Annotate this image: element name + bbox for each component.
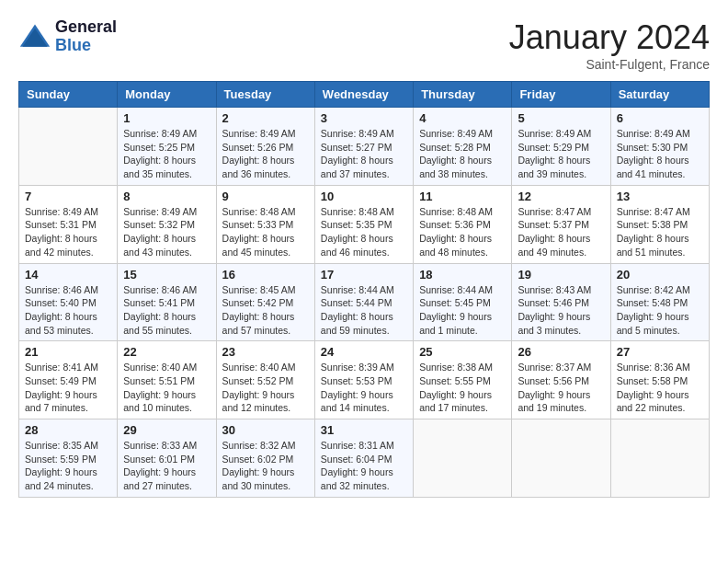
day-number: 7 (25, 190, 111, 203)
calendar-cell: 21Sunrise: 8:41 AMSunset: 5:49 PMDayligh… (19, 341, 118, 419)
location-subtitle: Saint-Fulgent, France (509, 57, 710, 72)
calendar-cell (512, 419, 610, 498)
day-info: Sunrise: 8:44 AMSunset: 5:44 PMDaylight:… (321, 283, 407, 338)
day-info: Sunrise: 8:35 AMSunset: 5:59 PMDaylight:… (25, 439, 111, 493)
calendar-cell: 15Sunrise: 8:46 AMSunset: 5:41 PMDayligh… (118, 263, 216, 341)
day-number: 26 (518, 345, 604, 359)
calendar-cell: 27Sunrise: 8:36 AMSunset: 5:58 PMDayligh… (610, 341, 709, 419)
calendar-cell: 26Sunrise: 8:37 AMSunset: 5:56 PMDayligh… (512, 341, 610, 419)
calendar-cell: 12Sunrise: 8:47 AMSunset: 5:37 PMDayligh… (512, 185, 610, 263)
day-number: 21 (25, 345, 111, 359)
day-info: Sunrise: 8:40 AMSunset: 5:52 PMDaylight:… (222, 361, 309, 415)
day-info: Sunrise: 8:41 AMSunset: 5:49 PMDaylight:… (25, 361, 111, 415)
day-number: 1 (123, 111, 210, 125)
calendar-week-2: 7Sunrise: 8:49 AMSunset: 5:31 PMDaylight… (19, 185, 710, 263)
day-info: Sunrise: 8:49 AMSunset: 5:28 PMDaylight:… (419, 127, 506, 181)
day-number: 28 (25, 423, 111, 437)
day-number: 9 (222, 190, 309, 203)
day-info: Sunrise: 8:37 AMSunset: 5:56 PMDaylight:… (518, 361, 604, 415)
day-info: Sunrise: 8:49 AMSunset: 5:27 PMDaylight:… (321, 127, 407, 181)
day-number: 19 (518, 268, 604, 282)
logo-general: General (55, 17, 117, 36)
day-info: Sunrise: 8:48 AMSunset: 5:35 PMDaylight:… (321, 205, 407, 259)
day-info: Sunrise: 8:38 AMSunset: 5:55 PMDaylight:… (419, 361, 506, 415)
calendar-cell: 19Sunrise: 8:43 AMSunset: 5:46 PMDayligh… (512, 263, 610, 341)
day-number: 16 (222, 268, 309, 282)
calendar-cell: 29Sunrise: 8:33 AMSunset: 6:01 PMDayligh… (118, 419, 216, 498)
calendar-week-3: 14Sunrise: 8:46 AMSunset: 5:40 PMDayligh… (19, 263, 710, 341)
calendar-cell (414, 419, 512, 498)
calendar-cell: 11Sunrise: 8:48 AMSunset: 5:36 PMDayligh… (414, 185, 512, 263)
day-info: Sunrise: 8:33 AMSunset: 6:01 PMDaylight:… (123, 439, 210, 493)
calendar-cell: 28Sunrise: 8:35 AMSunset: 5:59 PMDayligh… (19, 419, 118, 498)
weekday-header-sunday: Sunday (19, 82, 118, 108)
calendar-cell: 8Sunrise: 8:49 AMSunset: 5:32 PMDaylight… (118, 185, 216, 263)
day-number: 8 (123, 190, 210, 203)
day-info: Sunrise: 8:31 AMSunset: 6:04 PMDaylight:… (321, 439, 407, 493)
day-number: 23 (222, 345, 309, 359)
day-number: 27 (617, 345, 703, 359)
weekday-header-friday: Friday (512, 82, 610, 108)
month-title: January 2024 (509, 18, 710, 57)
day-number: 14 (25, 268, 111, 282)
day-info: Sunrise: 8:36 AMSunset: 5:58 PMDaylight:… (617, 361, 703, 415)
day-number: 5 (518, 111, 604, 125)
calendar-cell: 9Sunrise: 8:48 AMSunset: 5:33 PMDaylight… (216, 185, 314, 263)
day-number: 18 (419, 268, 506, 282)
calendar-cell (19, 108, 118, 186)
day-number: 12 (518, 190, 604, 203)
day-info: Sunrise: 8:32 AMSunset: 6:02 PMDaylight:… (222, 439, 309, 493)
day-info: Sunrise: 8:43 AMSunset: 5:46 PMDaylight:… (518, 283, 604, 338)
day-info: Sunrise: 8:46 AMSunset: 5:41 PMDaylight:… (123, 283, 210, 338)
day-number: 22 (123, 345, 210, 359)
calendar-week-1: 1Sunrise: 8:49 AMSunset: 5:25 PMDaylight… (19, 108, 710, 186)
day-number: 3 (321, 111, 407, 125)
day-info: Sunrise: 8:42 AMSunset: 5:48 PMDaylight:… (617, 283, 703, 338)
day-number: 31 (321, 423, 407, 437)
day-number: 24 (321, 345, 407, 359)
calendar-cell: 14Sunrise: 8:46 AMSunset: 5:40 PMDayligh… (19, 263, 118, 341)
day-info: Sunrise: 8:40 AMSunset: 5:51 PMDaylight:… (123, 361, 210, 415)
calendar-cell: 30Sunrise: 8:32 AMSunset: 6:02 PMDayligh… (216, 419, 314, 498)
calendar-cell: 20Sunrise: 8:42 AMSunset: 5:48 PMDayligh… (610, 263, 709, 341)
weekday-header-thursday: Thursday (414, 82, 512, 108)
calendar-cell: 10Sunrise: 8:48 AMSunset: 5:35 PMDayligh… (314, 185, 413, 263)
calendar-cell: 23Sunrise: 8:40 AMSunset: 5:52 PMDayligh… (216, 341, 314, 419)
calendar-cell: 6Sunrise: 8:49 AMSunset: 5:30 PMDaylight… (610, 108, 709, 186)
weekday-header-wednesday: Wednesday (314, 82, 413, 108)
calendar-cell: 17Sunrise: 8:44 AMSunset: 5:44 PMDayligh… (314, 263, 413, 341)
logo-text: General Blue (55, 18, 117, 55)
day-info: Sunrise: 8:49 AMSunset: 5:32 PMDaylight:… (123, 205, 210, 259)
weekday-header-saturday: Saturday (610, 82, 709, 108)
day-info: Sunrise: 8:48 AMSunset: 5:33 PMDaylight:… (222, 205, 309, 259)
calendar-week-4: 21Sunrise: 8:41 AMSunset: 5:49 PMDayligh… (19, 341, 710, 419)
day-info: Sunrise: 8:45 AMSunset: 5:42 PMDaylight:… (222, 283, 309, 338)
calendar-week-5: 28Sunrise: 8:35 AMSunset: 5:59 PMDayligh… (19, 419, 710, 498)
day-info: Sunrise: 8:49 AMSunset: 5:26 PMDaylight:… (222, 127, 309, 181)
day-number: 10 (321, 190, 407, 203)
day-number: 4 (419, 111, 506, 125)
day-number: 20 (617, 268, 703, 282)
logo-blue-text: Blue (55, 36, 91, 54)
calendar-cell (610, 419, 709, 498)
calendar-cell: 22Sunrise: 8:40 AMSunset: 5:51 PMDayligh… (118, 341, 216, 419)
day-number: 30 (222, 423, 309, 437)
calendar-cell: 31Sunrise: 8:31 AMSunset: 6:04 PMDayligh… (314, 419, 413, 498)
calendar-cell: 3Sunrise: 8:49 AMSunset: 5:27 PMDaylight… (314, 108, 413, 186)
calendar-cell: 24Sunrise: 8:39 AMSunset: 5:53 PMDayligh… (314, 341, 413, 419)
day-number: 2 (222, 111, 309, 125)
calendar-cell: 18Sunrise: 8:44 AMSunset: 5:45 PMDayligh… (414, 263, 512, 341)
logo: General Blue (18, 18, 117, 55)
page-header: General Blue January 2024 Saint-Fulgent,… (18, 18, 710, 72)
day-info: Sunrise: 8:49 AMSunset: 5:31 PMDaylight:… (25, 205, 111, 259)
day-number: 29 (123, 423, 210, 437)
day-number: 6 (617, 111, 703, 125)
day-number: 15 (123, 268, 210, 282)
day-info: Sunrise: 8:49 AMSunset: 5:30 PMDaylight:… (617, 127, 703, 181)
day-number: 17 (321, 268, 407, 282)
day-number: 13 (617, 190, 703, 203)
day-info: Sunrise: 8:48 AMSunset: 5:36 PMDaylight:… (419, 205, 506, 259)
calendar-cell: 13Sunrise: 8:47 AMSunset: 5:38 PMDayligh… (610, 185, 709, 263)
calendar-cell: 4Sunrise: 8:49 AMSunset: 5:28 PMDaylight… (414, 108, 512, 186)
day-number: 11 (419, 190, 506, 203)
